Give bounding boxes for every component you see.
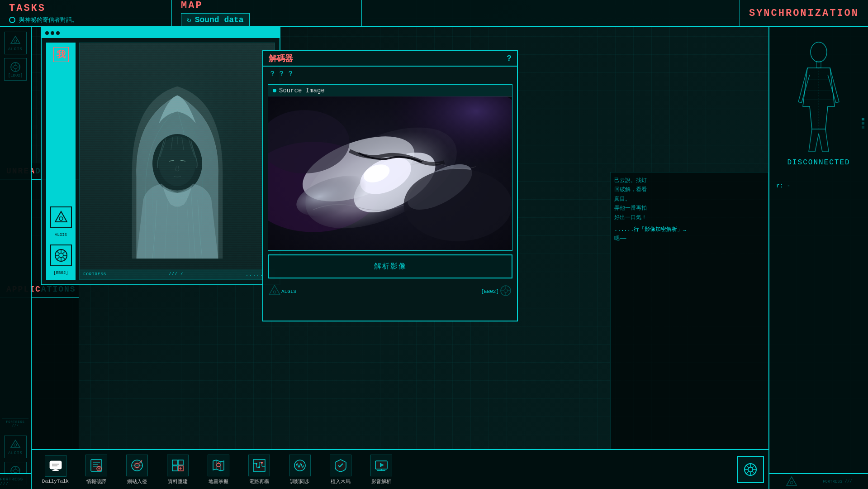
app-map-grasp[interactable]: 地圖掌握 bbox=[199, 452, 237, 487]
app-web-intrude[interactable]: 網站入侵 bbox=[118, 452, 156, 487]
app-circuit-reform[interactable]: 電路再構 bbox=[240, 452, 278, 487]
svg-line-27 bbox=[57, 257, 59, 259]
svg-point-95 bbox=[256, 463, 257, 465]
char-name-badge: 我 bbox=[53, 47, 69, 62]
bottom-right-algis-icon bbox=[785, 475, 798, 488]
svg-point-9 bbox=[14, 444, 17, 446]
svg-point-46 bbox=[273, 291, 276, 293]
app-data-rebuild[interactable]: 資料重建 bbox=[158, 452, 197, 487]
chat-panel: 己云說。找灯 回破解，看看 真目。 弄他一番再拍 好出一口氣！ ......行「… bbox=[610, 172, 768, 449]
app-av-analyze-icon-box bbox=[370, 455, 392, 476]
disconnected-text: DISCONNECTED bbox=[774, 158, 863, 167]
decoder-dots: ？？？ bbox=[263, 67, 517, 82]
chat-line-4: 弄他一番再拍 bbox=[614, 204, 764, 213]
titlebar-dot-2 bbox=[51, 31, 54, 35]
sound-data-badge[interactable]: ↻ Sound data bbox=[181, 13, 250, 27]
source-image-dot bbox=[273, 89, 276, 92]
tasks-title: TASKS bbox=[9, 3, 162, 14]
svg-rect-76 bbox=[172, 460, 177, 465]
sidebar-icon-algis-2[interactable]: ALGIS bbox=[4, 436, 27, 458]
char-algis-icon bbox=[50, 206, 72, 228]
decoder-eb02-label: ALGIS bbox=[281, 289, 296, 294]
decoder-wheel-icon bbox=[499, 284, 512, 299]
app-web-intrude-label: 網站入侵 bbox=[127, 478, 147, 485]
human-figure bbox=[774, 38, 863, 152]
app-daily-talk-icon-box bbox=[45, 455, 66, 477]
svg-line-110 bbox=[752, 471, 754, 474]
refresh-icon: ↻ bbox=[187, 15, 191, 24]
decoder-window: 解碼器 ? ？？？ Source Image bbox=[262, 50, 518, 321]
decoder-footer: ALGIS [EB02] bbox=[263, 282, 517, 301]
app-plant-trojan[interactable]: 植入木馬 bbox=[321, 452, 360, 487]
counter-text: r: - bbox=[774, 180, 863, 192]
svg-point-19 bbox=[59, 253, 63, 258]
app-av-analyze[interactable]: 影音解析 bbox=[362, 452, 400, 487]
decoder-help-button[interactable]: ? bbox=[507, 54, 512, 63]
app-bar-right bbox=[737, 456, 764, 483]
app-bar-right-icon[interactable] bbox=[737, 456, 764, 483]
app-plant-trojan-label: 植入木馬 bbox=[331, 478, 351, 485]
character-window-body: 我 ALGIS bbox=[42, 38, 280, 284]
titlebar-dot-3 bbox=[56, 31, 60, 35]
source-image-body bbox=[268, 96, 512, 250]
svg-point-17 bbox=[59, 217, 63, 221]
char-portrait-area: FORTRESS /// / ....... bbox=[79, 43, 275, 280]
svg-point-48 bbox=[504, 289, 508, 292]
app-web-intrude-icon-box bbox=[126, 455, 148, 476]
svg-line-111 bbox=[752, 465, 754, 468]
left-sidebar: ALGIS [EB02] FORTRESS /// ALGIS bbox=[0, 27, 32, 489]
svg-point-96 bbox=[258, 466, 260, 468]
char-portrait bbox=[80, 43, 275, 279]
svg-line-25 bbox=[63, 257, 65, 259]
svg-line-24 bbox=[57, 251, 59, 254]
titlebar-dot-1 bbox=[45, 31, 49, 35]
svg-point-43 bbox=[403, 169, 512, 241]
map-panel: MAP ↻ Sound data bbox=[172, 0, 362, 26]
chat-line-6: ......行「影像加密解析」… bbox=[614, 225, 764, 234]
app-bar: DailyTalk 情報破譯 bbox=[32, 449, 768, 489]
chat-line-2: 回破解，看看 bbox=[614, 185, 764, 194]
right-sidebar: DISCONNECTED r: - bbox=[768, 27, 868, 489]
hooded-figure-svg bbox=[109, 64, 245, 259]
svg-point-104 bbox=[748, 467, 753, 472]
svg-rect-60 bbox=[50, 461, 62, 469]
svg-point-3 bbox=[14, 65, 17, 69]
chat-line-3: 真目。 bbox=[614, 195, 764, 204]
char-algis-label: ALGIS bbox=[55, 233, 67, 237]
chat-line-7: 嗯—— bbox=[614, 234, 764, 243]
fortress-label: FORTRESS /// bbox=[2, 418, 28, 427]
app-info-decode[interactable]: 情報破譯 bbox=[77, 452, 115, 487]
character-window: 我 ALGIS bbox=[41, 27, 280, 285]
analyze-button[interactable]: 解析影像 bbox=[268, 254, 512, 278]
sync-panel: SYNCHRONIZATION bbox=[740, 0, 868, 26]
svg-point-97 bbox=[261, 462, 263, 464]
app-freq-sync-icon-box bbox=[289, 455, 311, 476]
svg-point-11 bbox=[14, 469, 17, 473]
app-freq-sync[interactable]: 調頻同步 bbox=[280, 452, 319, 487]
app-map-grasp-icon-box bbox=[208, 455, 229, 476]
bottom-bar-right: FORTRESS /// bbox=[768, 473, 868, 489]
task-circle-icon bbox=[9, 17, 15, 23]
svg-point-1 bbox=[14, 40, 17, 43]
sidebar-icon-wheel-1[interactable]: [EB02] bbox=[4, 58, 27, 81]
sidebar-icon-algis-1[interactable]: ALGIS bbox=[4, 32, 27, 54]
task-item: 與神祕的寄信者對話。 bbox=[9, 16, 162, 24]
decoder-title: 解碼器 bbox=[269, 53, 293, 64]
app-data-rebuild-icon-box bbox=[167, 455, 189, 476]
char-sidebar: 我 ALGIS bbox=[46, 43, 76, 280]
app-daily-talk[interactable]: DailyTalk bbox=[36, 452, 75, 487]
footer-fortress: FORTRESS bbox=[83, 272, 106, 277]
sync-title: SYNCHRONIZATION bbox=[749, 8, 859, 19]
map-title: MAP bbox=[181, 0, 203, 11]
footer-slashes: /// / bbox=[169, 272, 183, 277]
char-window-footer: FORTRESS /// / ....... bbox=[80, 269, 275, 279]
app-freq-sync-label: 調頻同步 bbox=[290, 478, 310, 485]
top-hud: TASKS 與神祕的寄信者對話。 MAP ↻ Sound data SYNCHR… bbox=[0, 0, 868, 27]
decoder-algis-icon bbox=[268, 284, 281, 299]
bottom-left-text: FORTRESS /// bbox=[0, 477, 31, 486]
app-info-decode-icon-box bbox=[85, 455, 107, 476]
svg-line-112 bbox=[746, 471, 749, 474]
char-wheel-icon bbox=[50, 244, 72, 266]
tasks-panel: TASKS 與神祕的寄信者對話。 bbox=[0, 0, 172, 26]
svg-rect-78 bbox=[172, 466, 177, 471]
